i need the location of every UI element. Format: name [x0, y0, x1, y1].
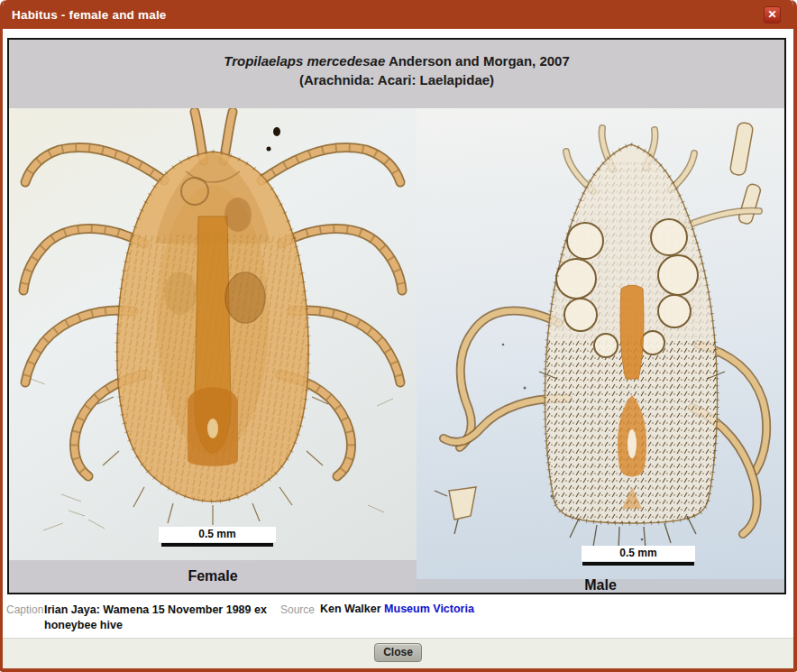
specimen-figure: Tropilaelaps mercedesae Anderson and Mor… — [7, 38, 786, 594]
source-label: Source — [280, 603, 315, 616]
female-scale-line — [161, 543, 273, 547]
dialog-title: Habitus - female and male — [3, 8, 167, 22]
source-author: Ken Walker — [320, 603, 381, 615]
caption-bar: Caption Irian Jaya: Wamena 15 November 1… — [3, 597, 793, 638]
species-authority: Anderson and Morgan, 2007 — [389, 53, 570, 69]
female-specimen-panel: 0.5 mm Female — [9, 108, 417, 593]
close-icon[interactable]: ✕ — [764, 6, 781, 23]
species-name: Tropilaelaps mercedesae — [224, 53, 385, 69]
male-scale-line — [582, 562, 694, 566]
speck — [273, 127, 280, 136]
dialog-footer: Close — [3, 638, 793, 668]
male-label-strip: Male — [417, 579, 784, 593]
speck — [267, 147, 271, 152]
male-label: Male — [417, 577, 784, 594]
female-scale-label: 0.5 mm — [159, 527, 276, 542]
dialog-titlebar: Habitus - female and male ✕ — [3, 0, 793, 29]
male-scale-label: 0.5 mm — [582, 546, 695, 561]
caption-text: Irian Jaya: Wamena 15 November 1989 ex h… — [44, 603, 304, 633]
female-label-strip: Female — [9, 560, 417, 593]
source-text: Ken Walker Museum Victoria — [320, 603, 474, 615]
source-link[interactable]: Museum Victoria — [384, 603, 474, 615]
dialog-window: Habitus - female and male ✕ Tropilaelaps… — [0, 0, 797, 672]
figure-heading: Tropilaelaps mercedesae Anderson and Mor… — [9, 40, 784, 108]
male-specimen-panel: 0.5 mm Male — [417, 108, 784, 593]
figure-heading-line1: Tropilaelaps mercedesae Anderson and Mor… — [9, 51, 784, 70]
female-mite-illustration — [9, 108, 417, 560]
female-body — [97, 152, 328, 525]
male-mite-illustration — [417, 108, 784, 579]
figure-body: 0.5 mm Female — [9, 108, 784, 593]
female-label: Female — [9, 568, 417, 585]
female-scale-bar: 0.5 mm — [159, 527, 276, 547]
close-button[interactable]: Close — [374, 643, 422, 662]
caption-label: Caption — [6, 603, 43, 616]
male-body — [534, 144, 728, 550]
figure-heading-line2: (Arachnida: Acari: Laelapidae) — [9, 70, 784, 89]
male-scale-bar: 0.5 mm — [582, 546, 695, 566]
